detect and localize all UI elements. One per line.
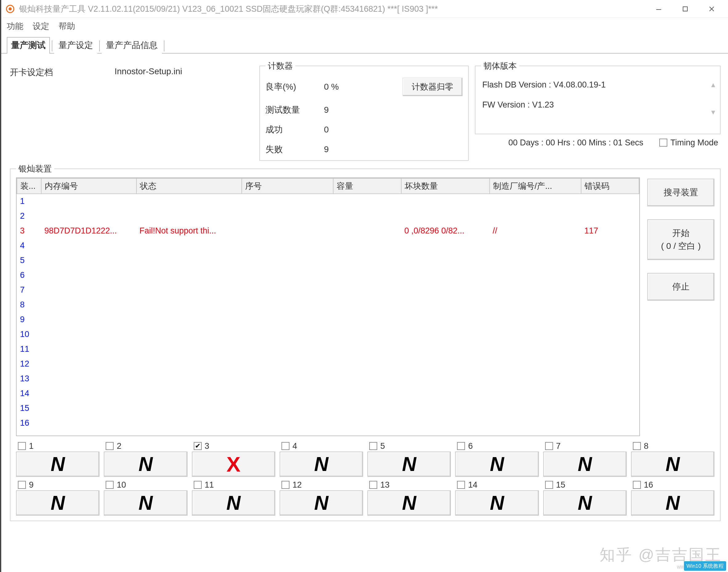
checkbox-icon[interactable] xyxy=(545,481,553,489)
tab-mp-test[interactable]: 量产测试 xyxy=(7,37,50,54)
row-cell xyxy=(136,386,242,401)
checkbox-icon[interactable] xyxy=(18,481,26,489)
start-button[interactable]: 开始 ( 0 / 空白 ) xyxy=(647,219,715,260)
table-row[interactable]: 9 xyxy=(17,312,639,327)
table-row[interactable]: 11 xyxy=(17,342,639,356)
port-status-button[interactable]: N xyxy=(631,451,715,477)
port-checkbox[interactable]: 10 xyxy=(104,479,187,490)
port-checkbox[interactable]: 13 xyxy=(367,479,451,490)
timing-mode-checkbox[interactable]: Timing Mode xyxy=(659,138,718,148)
port-status-button[interactable]: N xyxy=(367,451,451,477)
checkbox-icon[interactable] xyxy=(545,442,553,450)
port-checkbox[interactable]: 7 xyxy=(543,440,627,451)
device-col-header[interactable]: 错误码 xyxy=(581,178,639,194)
menu-settings[interactable]: 设定 xyxy=(32,21,49,32)
device-col-header[interactable]: 制造厂编号/产... xyxy=(490,178,581,194)
search-device-button[interactable]: 搜寻装置 xyxy=(647,178,715,206)
checkbox-icon[interactable] xyxy=(369,442,377,450)
table-row[interactable]: 6 xyxy=(17,268,639,282)
close-button[interactable] xyxy=(699,1,725,17)
port-status-button[interactable]: N xyxy=(631,490,715,516)
row-cell xyxy=(136,238,242,253)
table-row[interactable]: 14 xyxy=(17,386,639,401)
row-cell xyxy=(581,194,639,209)
port-checkbox[interactable]: 5 xyxy=(367,440,451,451)
table-row[interactable]: 13 xyxy=(17,371,639,386)
device-col-header[interactable]: 序号 xyxy=(242,178,334,194)
row-cell xyxy=(41,401,136,416)
port-status-button[interactable]: N xyxy=(280,451,363,477)
device-col-header[interactable]: 装... xyxy=(17,178,41,194)
checkbox-icon[interactable] xyxy=(633,481,641,489)
port-status-button[interactable]: N xyxy=(455,490,538,516)
checkbox-icon[interactable]: ✔ xyxy=(194,442,202,450)
menu-function[interactable]: 功能 xyxy=(7,21,23,32)
port-checkbox[interactable]: 16 xyxy=(631,479,715,490)
port-checkbox[interactable]: 6 xyxy=(455,440,538,451)
table-row[interactable]: 8 xyxy=(17,297,639,312)
tab-mp-product-info[interactable]: 量产产品信息 xyxy=(101,37,162,54)
port-status-button[interactable]: N xyxy=(104,451,187,477)
row-cell xyxy=(581,416,639,430)
checkbox-icon[interactable] xyxy=(105,481,114,489)
checkbox-icon[interactable] xyxy=(659,139,667,147)
menu-help[interactable]: 帮助 xyxy=(59,21,75,32)
port-checkbox[interactable]: 4 xyxy=(280,440,363,451)
table-row[interactable]: 7 xyxy=(17,282,639,297)
port-status-button[interactable]: N xyxy=(16,451,99,477)
port-checkbox[interactable]: 2 xyxy=(104,440,187,451)
checkbox-icon[interactable] xyxy=(457,442,465,450)
port-checkbox[interactable]: 11 xyxy=(192,479,275,490)
counter-reset-button[interactable]: 计数器归零 xyxy=(403,78,462,96)
scroll-up-icon[interactable]: ▲ xyxy=(708,80,718,90)
device-col-header[interactable]: 状态 xyxy=(136,178,242,194)
port-status-button[interactable]: N xyxy=(367,490,451,516)
table-row[interactable]: 1 xyxy=(17,194,639,209)
port-status-button[interactable]: N xyxy=(192,490,275,516)
table-row[interactable]: 5 xyxy=(17,253,639,268)
port-checkbox[interactable]: 15 xyxy=(543,479,627,490)
table-row[interactable]: 12 xyxy=(17,356,639,371)
port-status-button[interactable]: N xyxy=(455,451,538,477)
minimize-button[interactable] xyxy=(646,1,672,17)
table-row[interactable]: 10 xyxy=(17,327,639,342)
port-status-button[interactable]: N xyxy=(280,490,363,516)
port-checkbox[interactable]: 14 xyxy=(455,479,538,490)
table-row[interactable]: 2 xyxy=(17,209,639,223)
port-status-button[interactable]: N xyxy=(16,490,99,516)
table-row[interactable]: 16 xyxy=(17,416,639,430)
port-checkbox[interactable]: ✔3 xyxy=(192,440,275,451)
checkbox-icon[interactable] xyxy=(282,442,289,450)
row-cell xyxy=(41,253,136,268)
device-col-header[interactable]: 坏块数量 xyxy=(401,178,490,194)
table-row[interactable]: 4 xyxy=(17,238,639,253)
port-checkbox[interactable]: 1 xyxy=(16,440,99,451)
port-status-button[interactable]: N xyxy=(543,451,627,477)
device-col-header[interactable]: 内存编号 xyxy=(41,178,136,194)
scroll-down-icon[interactable]: ▼ xyxy=(708,108,718,117)
device-col-header[interactable]: 容量 xyxy=(333,178,401,194)
port-status-button[interactable]: N xyxy=(104,490,187,516)
port-checkbox[interactable]: 9 xyxy=(16,479,99,490)
tab-mp-settings[interactable]: 量产设定 xyxy=(54,37,97,54)
checkbox-icon[interactable] xyxy=(369,481,377,489)
table-row[interactable]: 15 xyxy=(17,401,639,416)
checkbox-icon[interactable] xyxy=(194,481,202,489)
checkbox-icon[interactable] xyxy=(633,442,641,450)
port-status-button[interactable]: X xyxy=(192,451,275,477)
checkbox-icon[interactable] xyxy=(105,442,114,450)
port-number: 4 xyxy=(293,441,297,451)
checkbox-icon[interactable] xyxy=(18,442,26,450)
port-slot: 4N xyxy=(280,440,363,477)
port-checkbox[interactable]: 12 xyxy=(280,479,363,490)
stop-button[interactable]: 停止 xyxy=(647,273,715,301)
checkbox-icon[interactable] xyxy=(457,481,465,489)
port-checkbox[interactable]: 8 xyxy=(631,440,715,451)
table-row[interactable]: 398D7D7D1D1222...Fail!Not support thi...… xyxy=(17,223,639,238)
checkbox-icon[interactable] xyxy=(282,481,289,489)
port-status-button[interactable]: N xyxy=(543,490,627,516)
row-cell xyxy=(41,312,136,327)
row-cell xyxy=(490,386,581,401)
maximize-button[interactable] xyxy=(672,1,699,17)
firmware-scrollbar[interactable]: ▲ ▼ xyxy=(708,80,719,117)
